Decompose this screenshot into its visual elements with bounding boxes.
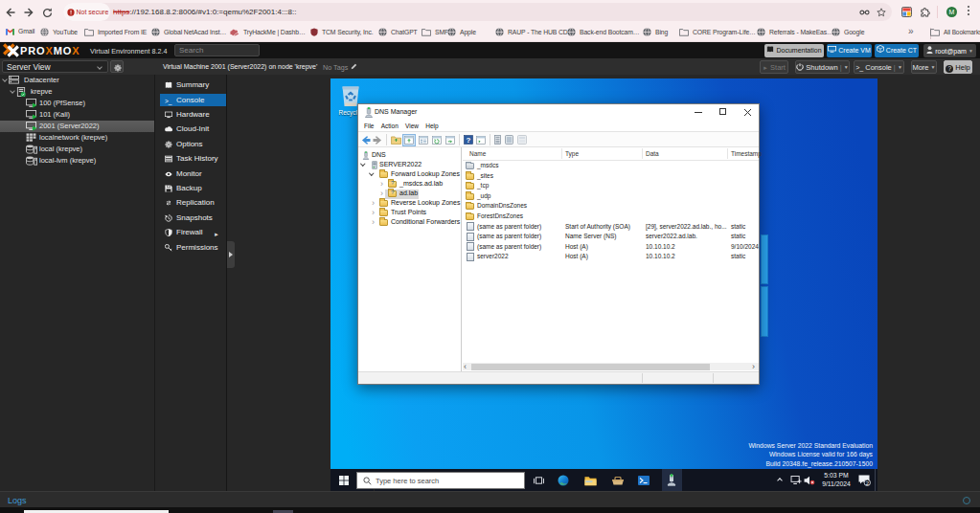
svg-text:?: ?	[467, 136, 471, 145]
